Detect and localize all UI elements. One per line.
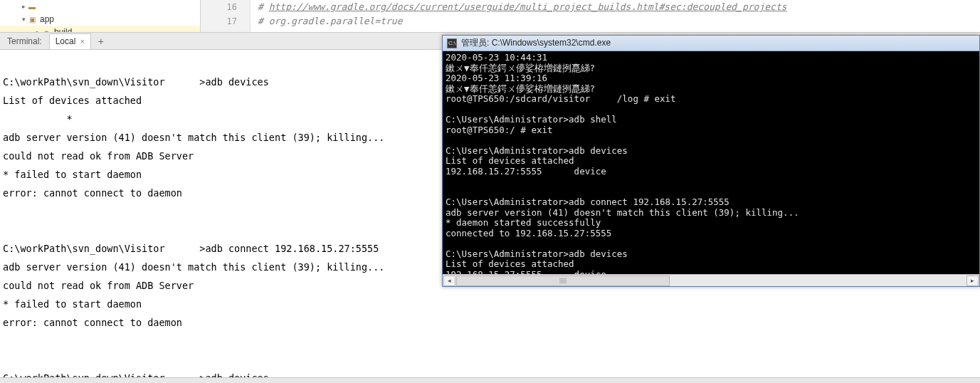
cmd-line: C:\Users\Administrator>adb devices [446,249,976,260]
cmd-line: * daemon started successfully [446,218,976,229]
tree-label: app [40,14,54,24]
terminal-line: C:\workPath\svn_down\Visitor >adb device… [3,369,977,377]
scroll-left-icon[interactable]: ◂ [443,276,455,286]
code-link[interactable]: http://www.gradle.org/docs/current/userg… [269,1,787,12]
cmd-line: 2020-05-23 11:39:16 [446,73,976,84]
scroll-thumb[interactable] [456,276,670,286]
cmd-line: 2020-05-23 10:44:31 [446,53,976,63]
chevron-down-icon[interactable]: ▾ [20,16,27,23]
cmd-window[interactable]: C:\ 管理员: C:\Windows\system32\cmd.exe 202… [442,35,980,287]
line-number: 16 [201,0,237,14]
cmd-icon: C:\ [447,38,457,48]
editor-gutter: 16 17 [201,0,251,32]
cmd-line: List of devices attached [446,259,976,270]
close-icon[interactable]: × [80,37,84,46]
tree-row-build[interactable]: ▸ ■ build [0,26,200,32]
terminal-line: * failed to start daemon [3,295,977,313]
terminal-line [3,332,977,350]
terminal-line: error: cannot connect to daemon [3,313,977,332]
folder-icon: ■ [41,27,51,32]
tree-row-truncated[interactable]: ▸ ▬ [0,0,200,13]
cmd-line: adb server version (41) doesn't match th… [446,208,976,219]
code-line[interactable]: # http://www.gradle.org/docs/current/use… [258,0,980,14]
chevron-right-icon[interactable]: ▸ [34,28,41,32]
editor-lines[interactable]: # http://www.gradle.org/docs/current/use… [251,0,980,32]
line-number: 17 [201,14,237,28]
cmd-line: root@TPS650:/sdcard/visitor /log # exit [446,94,976,105]
add-tab-button[interactable]: + [94,36,108,47]
scroll-right-icon[interactable]: ▸ [966,276,979,286]
tree-row-app[interactable]: ▾ ▣ app [0,13,200,26]
cmd-line [446,238,976,249]
cmd-line: C:\Users\Administrator>adb devices [446,146,976,157]
cmd-line [446,187,976,198]
cmd-line: 鏉ㄨ▼奉仟恙鍔ㄨ儚娑栫増鏈挒嗭綈? [446,84,976,95]
cmd-output[interactable]: 2020-05-23 10:44:31鏉ㄨ▼奉仟恙鍔ㄨ儚娑栫増鏈挒嗭綈?2020… [443,51,979,274]
terminal-line [3,350,977,369]
cmd-titlebar[interactable]: C:\ 管理员: C:\Windows\system32\cmd.exe [443,36,979,51]
cmd-line [446,105,976,115]
top-area: ▸ ▬ ▾ ▣ app ▸ ■ build 16 17 # http://www… [0,0,980,33]
tree-label: build [54,27,72,32]
cmd-line [446,135,976,146]
tab-label: Local [56,36,76,46]
cmd-line: connected to 192.168.15.27:5555 [446,229,976,239]
status-bar [0,377,980,383]
editor[interactable]: 16 17 # http://www.gradle.org/docs/curre… [201,0,980,32]
cmd-line: root@TPS650:/ # exit [446,125,976,136]
code-line[interactable]: # org.gradle.parallel=true [258,14,980,28]
cmd-line: C:\Users\Administrator>adb shell [446,115,976,125]
folder-icon: ▬ [27,1,37,11]
cmd-line: List of devices attached [446,156,976,167]
cmd-line: C:\Users\Administrator>adb connect 192.1… [446,197,976,208]
tool-window-title: Terminal: [0,36,49,46]
project-tree[interactable]: ▸ ▬ ▾ ▣ app ▸ ■ build [0,0,201,32]
scroll-track[interactable] [456,276,966,286]
tab-local[interactable]: Local × [49,33,91,49]
cmd-line: 鏉ㄨ▼奉仟恙鍔ㄨ儚娑栫増鏈挒嗭綈? [446,63,976,74]
cmd-scrollbar[interactable]: ◂ ▸ [443,274,979,286]
cmd-line [446,177,976,187]
cmd-title: 管理员: C:\Windows\system32\cmd.exe [461,37,611,49]
chevron-right-icon[interactable]: ▸ [20,3,27,10]
folder-icon: ▣ [27,14,37,24]
cmd-line: 192.168.15.27:5555 device [446,167,976,177]
